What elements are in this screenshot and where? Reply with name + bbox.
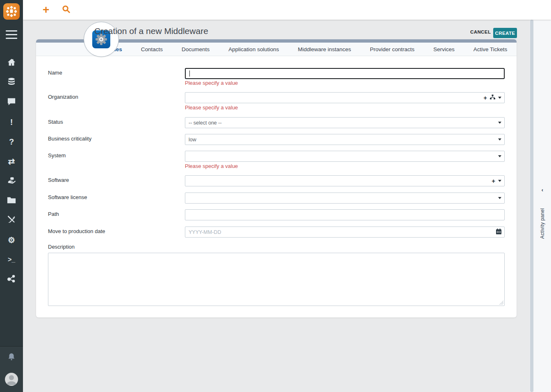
tab-middleware-instances[interactable]: Middleware instances <box>298 46 351 52</box>
status-value: -- select one -- <box>189 120 222 126</box>
status-dropdown-icon[interactable] <box>498 122 501 124</box>
software-input[interactable]: + <box>185 175 505 186</box>
menu-toggle-icon[interactable] <box>6 30 17 40</box>
global-toolbar: + <box>23 0 551 20</box>
organization-input[interactable]: + <box>185 92 505 103</box>
date-placeholder: YYYY-MM-DD <box>189 229 221 235</box>
sidebar-item-cmdb[interactable] <box>0 73 23 93</box>
tab-services[interactable]: Services <box>433 46 455 52</box>
properties-form: Name Please specify a value Organization… <box>36 56 517 317</box>
move-to-production-date-input[interactable]: YYYY-MM-DD <box>185 227 505 238</box>
exclamation-icon: ! <box>10 118 13 126</box>
gear-icon: ⚙ <box>8 236 15 244</box>
description-textarea[interactable] <box>48 253 505 306</box>
chevron-left-icon: ‹ <box>542 187 543 193</box>
description-label: Description <box>48 244 75 250</box>
vertical-scrollbar[interactable] <box>530 20 534 392</box>
scrollbar-thumb[interactable] <box>530 20 533 392</box>
name-error: Please specify a value <box>185 80 238 86</box>
page-title: Creation of a new Middleware <box>94 26 208 36</box>
add-software-icon[interactable]: + <box>492 178 495 184</box>
itop-logo-icon[interactable] <box>3 3 20 20</box>
software-dropdown-icon[interactable] <box>498 180 501 182</box>
organization-label: Organization <box>48 94 78 100</box>
notifications-button[interactable] <box>0 352 23 363</box>
name-label: Name <box>48 70 62 76</box>
system-error: Please specify a value <box>185 163 238 169</box>
calendar-icon[interactable] <box>496 229 501 236</box>
path-input[interactable] <box>185 209 505 220</box>
name-input[interactable] <box>185 68 505 79</box>
system-label: System <box>48 152 66 159</box>
hand-icon <box>7 176 16 186</box>
sidebar: ! ? ⇄ ⚙ <box>0 0 23 392</box>
hierarchy-icon[interactable] <box>490 95 495 101</box>
text-cursor <box>189 70 190 77</box>
bell-icon <box>7 352 16 363</box>
exchange-icon: ⇄ <box>8 157 15 165</box>
organization-error: Please specify a value <box>185 104 238 111</box>
sidebar-item-help[interactable]: ? <box>0 132 23 152</box>
sidebar-item-services[interactable] <box>0 171 23 191</box>
activity-panel-label-wrap[interactable]: Activity panel <box>534 197 551 250</box>
question-icon: ? <box>9 138 14 146</box>
share-icon <box>7 274 16 284</box>
new-object-button[interactable]: + <box>43 4 49 16</box>
status-label: Status <box>48 119 63 125</box>
chat-icon <box>7 97 16 107</box>
terminal-icon: >_ <box>8 256 15 263</box>
sidebar-item-admin[interactable]: ⚙ <box>0 230 23 250</box>
tab-contacts[interactable]: Contacts <box>141 46 163 52</box>
business-criticality-dropdown-icon[interactable] <box>498 138 501 140</box>
path-label: Path <box>48 211 59 217</box>
tab-active-tickets[interactable]: Active Tickets <box>474 46 508 52</box>
folder-icon <box>7 196 16 205</box>
business-criticality-value: low <box>189 137 196 143</box>
activity-panel-expand-button[interactable]: ‹ <box>534 187 551 193</box>
sidebar-item-changes[interactable]: ⇄ <box>0 152 23 171</box>
sidebar-item-config[interactable] <box>0 211 23 230</box>
database-icon <box>7 77 16 88</box>
move-to-production-date-label: Move to production date <box>48 228 105 234</box>
sidebar-footer <box>0 346 23 392</box>
home-icon <box>7 58 16 68</box>
search-icon <box>61 8 71 15</box>
organization-dropdown-icon[interactable] <box>498 97 501 99</box>
create-button[interactable]: CREATE <box>493 28 517 38</box>
user-avatar[interactable] <box>5 373 18 386</box>
sidebar-item-problems[interactable]: ! <box>0 112 23 132</box>
software-license-dropdown-icon[interactable] <box>498 197 501 199</box>
tab-application-solutions[interactable]: Application solutions <box>228 46 279 52</box>
software-license-select[interactable] <box>185 193 505 204</box>
object-creation-card: Properties Contacts Documents Applicatio… <box>36 39 517 317</box>
cancel-button[interactable]: CANCEL <box>470 29 491 34</box>
textarea-resize-handle[interactable] <box>499 301 503 305</box>
software-license-label: Software license <box>48 194 87 200</box>
add-organization-icon[interactable]: + <box>483 95 487 101</box>
tab-provider-contracts[interactable]: Provider contracts <box>370 46 414 52</box>
status-select[interactable]: -- select one -- <box>185 117 505 128</box>
software-label: Software <box>48 177 69 183</box>
system-dropdown-icon[interactable] <box>498 155 501 157</box>
tools-icon <box>7 215 16 226</box>
sidebar-item-faq[interactable] <box>0 93 23 112</box>
sidebar-item-documents[interactable] <box>0 191 23 211</box>
sidebar-item-home[interactable] <box>0 53 23 73</box>
activity-panel-label: Activity panel <box>540 208 545 239</box>
activity-panel-collapsed: ‹ Activity panel <box>534 20 551 392</box>
sidebar-item-integrations[interactable] <box>0 270 23 289</box>
business-criticality-label: Business criticality <box>48 136 91 142</box>
tab-documents[interactable]: Documents <box>182 46 209 52</box>
system-select[interactable] <box>185 151 505 162</box>
business-criticality-select[interactable]: low <box>185 134 505 145</box>
sidebar-item-console[interactable]: >_ <box>0 250 23 270</box>
global-search-button[interactable] <box>61 5 71 15</box>
